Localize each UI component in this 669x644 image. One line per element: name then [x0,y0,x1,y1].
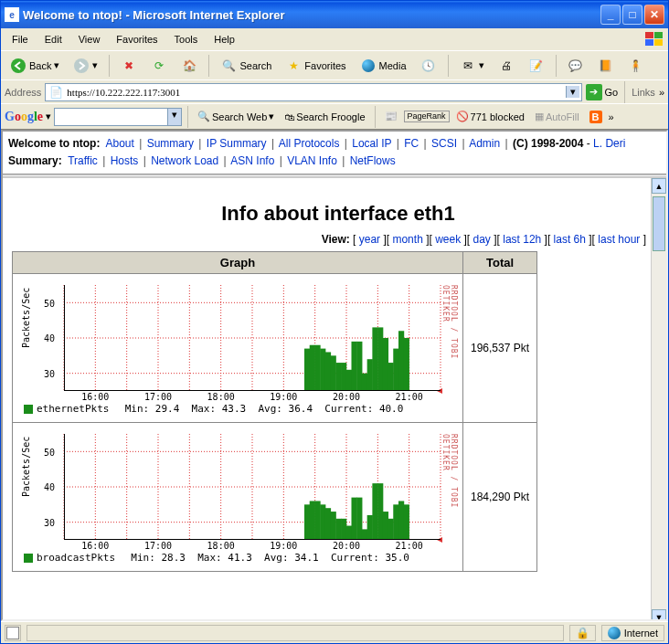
menu-help[interactable]: Help [207,32,242,47]
autofill-button[interactable]: ▦AutoFill [531,109,583,124]
google-search-input[interactable]: ▾ [54,108,182,126]
menubar: File Edit View Favorites Tools Help [1,28,668,50]
nav-fc[interactable]: FC [404,137,419,150]
address-label: Address [5,87,41,98]
back-label: Back [29,60,51,71]
print-button[interactable]: 🖨 [493,55,520,77]
chevron-right-icon[interactable]: » [659,87,664,98]
nav-asn-info[interactable]: ASN Info [230,154,274,167]
scroll-up-button[interactable]: ▲ [652,178,666,194]
google-logo[interactable]: Google [5,110,43,124]
go-button[interactable]: ➔ Go [586,84,619,100]
google-toolbar: Google ▾ ▾ 🔍Search Web▾ 🛍Search Froogle … [1,103,668,129]
nav-all-protocols[interactable]: All Protocols [279,137,340,150]
title-favicon: e [5,7,19,22]
maximize-button[interactable]: □ [622,5,642,25]
nav-author[interactable]: L. Deri [593,137,625,150]
google-search-dropdown[interactable]: ▾ [167,109,181,125]
favorites-button[interactable]: ★Favorites [280,55,351,77]
rrdtool-label: RRDTOOL / TOBI OETIKER [444,434,455,540]
view-day[interactable]: day [473,233,491,246]
address-dropdown-button[interactable]: ▾ [566,86,579,98]
nav-netflows[interactable]: NetFlows [350,154,396,167]
address-input[interactable] [64,87,565,98]
pagerank-button[interactable]: PageRank [404,111,450,122]
refresh-icon: ⟳ [151,58,167,74]
welcome-label: Welcome to ntop: [8,137,100,150]
refresh-button[interactable]: ⟳ [145,55,173,77]
nav-about[interactable]: About [105,137,133,150]
nav-network-load[interactable]: Network Load [151,154,218,167]
col-total: Total [463,252,537,274]
search-web-button[interactable]: 🔍Search Web▾ [194,109,278,124]
chevron-down-icon: ▾ [479,59,484,71]
links-label[interactable]: Links [632,87,655,98]
page-favicon-icon: 📄 [48,84,64,100]
research-button[interactable]: 📙 [592,55,620,77]
messenger-button[interactable]: 🧍 [622,55,650,77]
view-week[interactable]: week [435,233,461,246]
search-froogle-label: Search Froogle [296,111,365,122]
menu-tools[interactable]: Tools [167,32,206,47]
forward-icon [73,58,90,74]
menu-favorites[interactable]: Favorites [109,32,165,47]
stop-icon: ✖ [121,58,137,74]
forward-button[interactable]: ▾ [68,55,103,77]
nav-admin[interactable]: Admin [469,137,500,150]
svg-rect-0 [645,32,653,38]
go-label: Go [605,87,619,98]
view-month[interactable]: month [392,233,422,246]
status-lock: 🔒 [569,625,596,641]
stop-button[interactable]: ✖ [115,55,143,77]
nav-hosts[interactable]: Hosts [111,154,139,167]
news-icon: 📰 [385,111,398,122]
mail-button[interactable]: ✉▾ [454,55,490,77]
mail-icon: ✉ [460,58,476,74]
y-tick: 40 [44,333,55,343]
close-button[interactable]: ✕ [644,5,664,25]
menu-view[interactable]: View [71,32,108,47]
view-year[interactable]: year [359,233,380,246]
search-web-label: Search Web [212,111,267,122]
nav-vlan-info[interactable]: VLAN Info [287,154,337,167]
x-tick: 21:00 [396,392,423,402]
chevron-right-icon[interactable]: » [609,111,614,122]
blocked-button[interactable]: 🚫771 blocked [452,109,528,124]
blogger-button[interactable]: B [586,109,606,125]
view-lasthour[interactable]: last hour [598,233,640,246]
scroll-down-button[interactable]: ▼ [652,609,666,621]
autofill-label: AutoFill [546,111,579,122]
nav-summary[interactable]: Summary [147,137,194,150]
discuss-button[interactable]: 💬 [562,55,589,77]
home-button[interactable]: 🏠 [175,55,203,77]
menu-file[interactable]: File [5,32,36,47]
vertical-scrollbar[interactable]: ▲ ▼ [651,178,666,621]
history-button[interactable]: 🕓 [415,55,442,77]
page-icon [6,627,19,639]
chevron-down-icon[interactable]: ▾ [46,111,51,122]
status-message [27,625,564,641]
search-button[interactable]: 🔍Search [215,55,277,77]
search-froogle-button[interactable]: 🛍Search Froogle [281,110,368,124]
view-last12h[interactable]: last 12h [503,233,541,246]
view-last6h[interactable]: last 6h [554,233,586,246]
nav-ip-summary[interactable]: IP Summary [207,137,267,150]
scroll-thumb[interactable] [653,196,665,251]
nav-traffic[interactable]: Traffic [68,154,98,167]
minimize-button[interactable]: _ [600,5,621,25]
nav-local-ip[interactable]: Local IP [352,137,391,150]
svg-point-5 [74,58,89,73]
y-tick: 30 [44,369,55,379]
back-button[interactable]: Back ▾ [5,55,65,77]
menu-edit[interactable]: Edit [37,32,69,47]
chevron-down-icon: ▾ [269,111,274,122]
main-toolbar: Back ▾ ▾ ✖ ⟳ 🏠 🔍Search ★Favorites Media … [1,50,668,79]
autofill-icon: ▦ [535,111,544,122]
news-button[interactable]: 📰 [381,109,401,124]
y-tick: 50 [44,447,55,457]
nav-scsi[interactable]: SCSI [431,137,457,150]
y-axis-label: Packets/Sec [21,288,31,348]
media-button[interactable]: Media [355,55,412,77]
page-title: Info about interface eth1 [12,202,664,226]
edit-button[interactable]: 📝 [523,55,550,77]
